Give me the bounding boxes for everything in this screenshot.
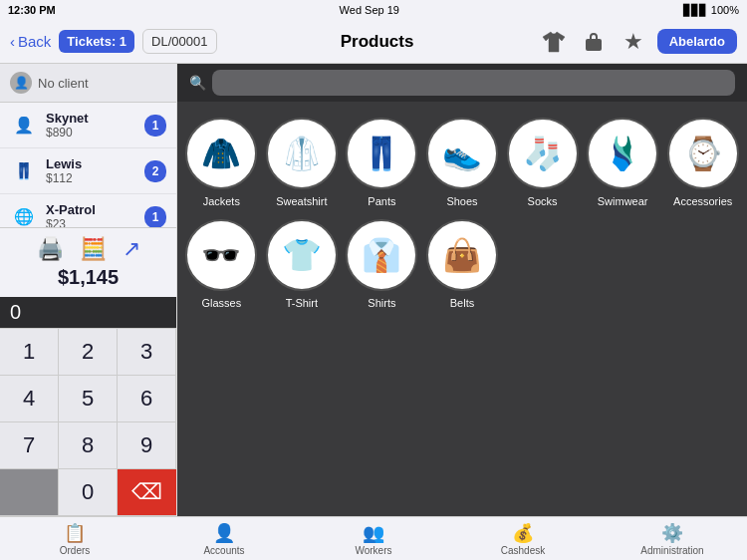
tab-cashdesk[interactable]: 💰 Cashdesk	[448, 517, 598, 560]
numpad-7-button[interactable]: 7	[0, 422, 59, 469]
tab-orders[interactable]: 📋 Orders	[0, 517, 149, 560]
ticket-badge[interactable]: Tickets: 1	[59, 30, 134, 53]
battery-icon: 100%	[711, 4, 739, 16]
product-circle: 👟	[426, 118, 498, 189]
product-emoji: 🧥	[201, 135, 241, 172]
no-client-label: No client	[38, 76, 89, 91]
no-client-bar: 👤 No client	[0, 64, 176, 103]
product-emoji: 🩱	[603, 135, 642, 172]
product-item[interactable]: ⌚ Accessories	[662, 112, 743, 213]
product-emoji: ⌚	[683, 135, 723, 172]
tab-icon: 📋	[64, 522, 86, 544]
order-item[interactable]: 🌐 X-Patrol $23 1	[0, 194, 176, 227]
product-label: Glasses	[201, 297, 241, 309]
order-item-price: $23	[46, 217, 136, 227]
tab-label: Orders	[60, 545, 91, 556]
product-item[interactable]: 🥼 Sweatshirt	[262, 112, 343, 213]
share-button[interactable]: ↗	[123, 236, 140, 262]
product-circle: 👔	[346, 219, 417, 291]
product-circle: 🕶️	[185, 219, 257, 291]
order-item-qty: 1	[144, 206, 166, 228]
star-icon: ★	[623, 29, 643, 55]
numpad-display: 0	[0, 297, 176, 328]
numpad-5-button[interactable]: 5	[59, 376, 118, 422]
back-label: Back	[18, 33, 51, 50]
main-area: 👤 No client 👤 Skynet $890 1 👖 Lewis $112…	[0, 64, 747, 516]
tab-workers[interactable]: 👥 Workers	[299, 517, 448, 560]
tab-label: Cashdesk	[501, 545, 545, 556]
back-chevron-icon: ‹	[10, 33, 15, 50]
product-item[interactable]: 👜 Belts	[422, 213, 503, 315]
tab-accounts[interactable]: 👤 Accounts	[149, 517, 299, 560]
order-item-price: $890	[46, 126, 136, 140]
sidebar-actions: 🖨️ 🧮 ↗	[10, 236, 166, 262]
product-circle: 👕	[266, 219, 338, 291]
order-item-info: Lewis $112	[46, 156, 136, 185]
product-circle: 🧦	[507, 118, 579, 189]
shirt-icon-button[interactable]	[538, 26, 570, 58]
product-label: Jackets	[203, 195, 240, 207]
product-emoji: 🥼	[282, 135, 322, 172]
tab-administration[interactable]: ⚙️ Administration	[598, 517, 747, 560]
order-item-icon: 👖	[10, 157, 38, 185]
product-item[interactable]: 👔 Shirts	[342, 213, 422, 315]
order-item-info: X-Patrol $23	[46, 202, 136, 227]
tab-label: Workers	[355, 545, 391, 556]
sidebar-total: $1,145	[10, 266, 166, 289]
product-item[interactable]: 🧦 Socks	[502, 112, 583, 213]
numpad-2-button[interactable]: 2	[59, 329, 118, 376]
search-input[interactable]	[212, 70, 735, 96]
product-label: Socks	[528, 195, 558, 207]
product-item[interactable]: 👖 Pants	[342, 112, 422, 213]
order-item[interactable]: 👖 Lewis $112 2	[0, 148, 176, 194]
product-emoji: 🧦	[523, 135, 563, 172]
product-item[interactable]: 🧥 Jackets	[181, 112, 262, 213]
product-label: Shoes	[446, 195, 477, 207]
client-avatar: 👤	[10, 72, 32, 94]
numpad-3-button[interactable]: 3	[118, 329, 176, 376]
products-grid: 🧥 Jackets 🥼 Sweatshirt 👖 Pants 👟 Shoes 🧦…	[177, 102, 747, 516]
tab-label: Administration	[640, 545, 703, 556]
order-number[interactable]: DL/00001	[142, 29, 216, 54]
numpad-8-button[interactable]: 8	[59, 422, 118, 469]
product-emoji: 👖	[362, 135, 401, 172]
nav-icons: ★ Abelardo	[538, 26, 737, 58]
user-button[interactable]: Abelardo	[657, 29, 737, 54]
numpad-4-button[interactable]: 4	[0, 376, 59, 422]
print-button[interactable]: 🖨️	[37, 236, 64, 262]
order-item-icon: 👤	[10, 112, 38, 140]
search-icon: 🔍	[189, 75, 206, 91]
numpad-9-button[interactable]: 9	[118, 422, 176, 469]
star-icon-button[interactable]: ★	[618, 26, 649, 58]
numpad-delete-button[interactable]: ⌫	[118, 469, 176, 516]
product-item[interactable]: 👕 T-Shirt	[262, 213, 343, 315]
numpad-0-button[interactable]: 0	[59, 469, 118, 516]
product-circle: 🥼	[266, 118, 338, 189]
tab-label: Accounts	[203, 545, 244, 556]
numpad-6-button[interactable]: 6	[118, 376, 176, 422]
status-time: 12:30 PM	[8, 4, 56, 16]
product-circle: 🧥	[185, 118, 257, 189]
product-emoji: 👜	[442, 236, 482, 274]
product-emoji: 🕶️	[201, 236, 241, 274]
tab-icon: 👤	[213, 522, 235, 544]
product-circle: 🩱	[587, 118, 658, 189]
product-item[interactable]: 🕶️ Glasses	[181, 213, 262, 315]
product-circle: 👜	[426, 219, 498, 291]
back-button[interactable]: ‹ Back	[10, 33, 51, 50]
order-item-name: X-Patrol	[46, 202, 136, 217]
order-item[interactable]: 👤 Skynet $890 1	[0, 103, 176, 148]
bag-icon-button[interactable]	[578, 26, 610, 58]
product-label: T-Shirt	[286, 297, 318, 309]
calculator-button[interactable]: 🧮	[80, 236, 107, 262]
product-label: Accessories	[673, 195, 732, 207]
sidebar-footer: 🖨️ 🧮 ↗ $1,145	[0, 227, 176, 297]
product-item[interactable]: 🩱 Swimwear	[583, 112, 663, 213]
numpad-1-button[interactable]: 1	[0, 329, 59, 376]
product-item[interactable]: 👟 Shoes	[422, 112, 503, 213]
status-indicators: ▊▊▊ 100%	[683, 4, 739, 17]
client-person-icon: 👤	[14, 76, 29, 90]
order-item-qty: 1	[144, 115, 166, 137]
page-title: Products	[225, 32, 530, 52]
order-item-icon: 🌐	[10, 203, 38, 228]
